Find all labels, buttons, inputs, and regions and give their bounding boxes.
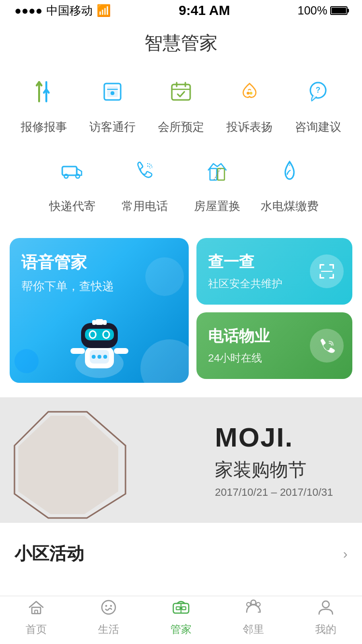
svg-rect-62 xyxy=(182,607,186,610)
svg-rect-50 xyxy=(333,274,334,279)
feature-section: 语音管家 帮你下单，查快递 xyxy=(0,238,362,392)
nav-mine-label: 我的 xyxy=(315,622,336,637)
svg-rect-36 xyxy=(103,320,107,325)
status-battery: 100% xyxy=(298,4,348,17)
status-carrier: ●●●● 中国移动 📶 xyxy=(14,3,111,18)
nav-butler[interactable]: 管家 xyxy=(170,599,192,637)
nav-neighbor-label: 邻里 xyxy=(243,622,264,637)
decorative-blob-1 xyxy=(140,339,189,383)
carrier-label: 中国移动 xyxy=(46,3,93,18)
svg-point-66 xyxy=(322,601,329,608)
activities-title: 小区活动 xyxy=(14,542,84,566)
phone-service-icon xyxy=(310,329,344,363)
icon-row-1: 报修报事 访客通行 xyxy=(10,70,352,135)
decorative-blob-2 xyxy=(145,257,184,296)
icon-consult[interactable]: ? 咨询建议 xyxy=(289,70,347,135)
svg-point-40 xyxy=(92,355,96,359)
svg-point-19 xyxy=(64,174,68,178)
icon-visitor[interactable]: 访客通行 xyxy=(84,70,141,135)
banner[interactable]: MOJI. 家装购物节 2017/10/21 – 2017/10/31 xyxy=(0,397,362,523)
scan-icon xyxy=(310,254,344,288)
page-title: 智慧管家 xyxy=(0,21,362,70)
svg-point-56 xyxy=(102,601,115,614)
search-card[interactable]: 查一查 社区安全共维护 xyxy=(196,238,352,305)
svg-rect-48 xyxy=(320,274,321,279)
visitor-icon xyxy=(91,70,134,113)
phone-icon xyxy=(123,149,167,193)
icon-grid: 报修报事 访客通行 xyxy=(0,70,362,238)
svg-point-58 xyxy=(110,605,112,607)
svg-point-9 xyxy=(111,91,114,95)
svg-rect-35 xyxy=(92,320,96,325)
club-icon xyxy=(159,70,203,113)
icon-club[interactable]: 会所预定 xyxy=(152,70,210,135)
nav-life[interactable]: 生活 xyxy=(98,599,119,637)
phone-service-card[interactable]: 电话物业 24小时在线 xyxy=(196,312,352,379)
voice-butler-card[interactable]: 语音管家 帮你下单，查快递 xyxy=(10,238,189,383)
svg-point-42 xyxy=(103,355,107,359)
nav-home-label: 首页 xyxy=(26,622,47,637)
bottom-nav: 首页 生活 管家 xyxy=(0,596,362,644)
butler-nav-icon xyxy=(171,599,191,620)
nav-home[interactable]: 首页 xyxy=(26,599,47,637)
svg-point-64 xyxy=(247,602,251,606)
svg-point-32 xyxy=(90,332,95,337)
svg-point-20 xyxy=(76,174,80,178)
svg-point-65 xyxy=(256,602,260,606)
house-icon xyxy=(195,149,239,193)
status-bar: ●●●● 中国移动 📶 9:41 AM 100% xyxy=(0,0,362,21)
svg-rect-38 xyxy=(114,348,128,354)
phone-label: 常用电话 xyxy=(122,198,168,214)
icon-express[interactable]: 快递代寄 xyxy=(43,149,101,214)
svg-rect-10 xyxy=(172,84,190,100)
status-time: 9:41 AM xyxy=(179,3,230,18)
icon-phone[interactable]: 常用电话 xyxy=(116,149,174,214)
svg-rect-22 xyxy=(218,168,224,180)
life-nav-icon xyxy=(100,599,117,620)
banner-title: 家装购物节 xyxy=(215,458,333,482)
svg-point-14 xyxy=(247,92,250,95)
svg-rect-44 xyxy=(320,264,321,269)
svg-rect-61 xyxy=(176,607,180,610)
express-icon xyxy=(51,149,94,193)
nav-life-label: 生活 xyxy=(98,622,119,637)
consult-label: 咨询建议 xyxy=(295,119,341,135)
banner-date: 2017/10/21 – 2017/10/31 xyxy=(215,486,333,499)
utility-label: 水电煤缴费 xyxy=(261,198,319,214)
svg-rect-21 xyxy=(210,168,217,180)
svg-rect-37 xyxy=(70,348,85,354)
svg-rect-18 xyxy=(62,167,77,175)
battery-icon xyxy=(330,6,348,15)
svg-rect-34 xyxy=(96,319,103,325)
complaint-icon xyxy=(228,70,271,113)
feature-right: 查一查 社区安全共维护 电话物业 24小时在线 xyxy=(196,238,352,383)
battery-percent: 100% xyxy=(298,4,327,17)
nav-butler-label: 管家 xyxy=(170,622,192,637)
icon-house[interactable]: 房屋置换 xyxy=(188,149,246,214)
icon-complaint[interactable]: 投诉表扬 xyxy=(221,70,278,135)
robot-illustration xyxy=(61,306,138,383)
svg-point-33 xyxy=(104,332,109,337)
svg-marker-53 xyxy=(18,416,118,514)
neighbor-nav-icon xyxy=(245,599,262,620)
mine-nav-icon xyxy=(317,599,334,620)
banner-text: MOJI. 家装购物节 2017/10/21 – 2017/10/31 xyxy=(215,421,333,499)
icon-utility[interactable]: 水电煤缴费 xyxy=(261,149,319,214)
nav-mine[interactable]: 我的 xyxy=(315,599,336,637)
banner-shape xyxy=(10,407,145,523)
house-label: 房屋置换 xyxy=(194,198,240,214)
decorative-blob-3 xyxy=(14,349,39,373)
activities-arrow: › xyxy=(343,546,348,562)
activities-section[interactable]: 小区活动 › xyxy=(0,528,362,571)
banner-brand: MOJI. xyxy=(215,421,333,453)
complaint-label: 投诉表扬 xyxy=(226,119,273,135)
utility-icon xyxy=(268,149,311,193)
svg-point-15 xyxy=(250,92,252,95)
svg-rect-46 xyxy=(333,264,334,269)
repair-icon xyxy=(22,70,66,113)
icon-repair[interactable]: 报修报事 xyxy=(15,70,73,135)
express-label: 快递代寄 xyxy=(49,198,96,214)
nav-neighbor[interactable]: 邻里 xyxy=(243,599,264,637)
club-label: 会所预定 xyxy=(158,119,204,135)
svg-text:?: ? xyxy=(316,86,320,94)
